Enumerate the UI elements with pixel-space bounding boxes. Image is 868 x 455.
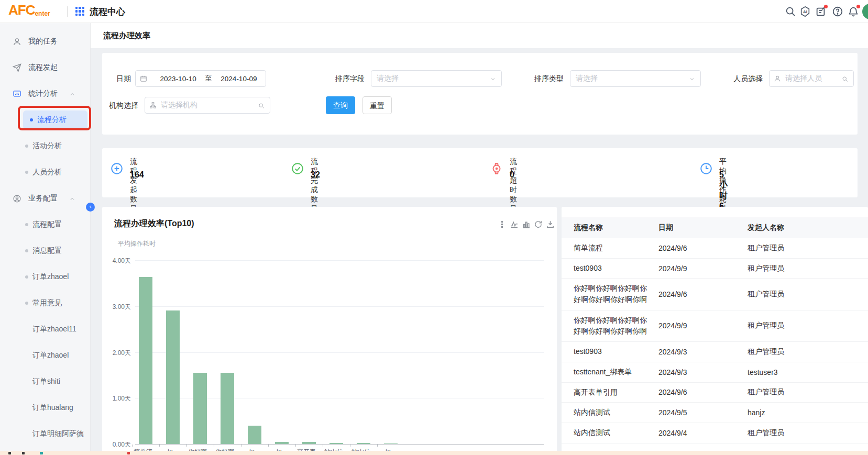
process-name-cell: 站内信测试 [574, 403, 658, 423]
header-divider [67, 6, 68, 17]
sidebar-item-my-tasks[interactable]: 我的任务 [0, 28, 90, 54]
user-avatar[interactable] [862, 4, 868, 19]
chart-bar[interactable] [302, 442, 316, 444]
table-row[interactable]: test09032024/9/3租户管理员 [562, 342, 868, 362]
org-select-input[interactable]: 请选择机构 [145, 97, 270, 114]
table-column-header: 发起人名称 [748, 223, 868, 232]
sidebar-item-label: 消息配置 [32, 246, 62, 256]
page-title-band: 流程办理效率 [91, 23, 868, 48]
chart-bar[interactable] [166, 310, 180, 444]
process-name-cell: test0903 [574, 342, 658, 362]
chart-bar[interactable] [275, 442, 289, 444]
date-start-value[interactable]: 2023-10-10 [151, 75, 205, 83]
date-cell: 2024/9/6 [658, 244, 748, 252]
process-name-cell: test0903 [574, 259, 658, 279]
person-select-input[interactable]: 请选择人员 [769, 70, 854, 87]
stat-label: 流程超时数量 [510, 157, 517, 214]
toolbar-line-chart-icon[interactable] [510, 220, 519, 229]
sidebar-item-label: 流程分析 [37, 115, 67, 125]
app-grid-icon[interactable] [75, 7, 84, 16]
y-axis-tick-label: 4.00天 [105, 257, 131, 265]
sidebar-item-order-detail-asade[interactable]: 订单明细阿萨德 [0, 421, 90, 447]
date-cell: 2024/9/9 [658, 264, 748, 273]
sidebar-item-label: 订单明细阿萨德 [32, 429, 84, 439]
sidebar-item-activity-analysis[interactable]: 活动分析 [0, 133, 90, 159]
initiator-cell: 租户管理员 [748, 321, 868, 330]
x-axis-tick-mark [377, 445, 378, 447]
x-axis-line [135, 444, 544, 445]
sidebar-item-stats-analysis[interactable]: 统计分析 [0, 81, 90, 107]
sidebar-item-order-shiti[interactable]: 订单shiti [0, 369, 90, 395]
date-cell: 2024/9/4 [658, 429, 748, 437]
x-axis-tick-mark [295, 445, 296, 447]
search-icon[interactable] [785, 6, 796, 17]
table-row[interactable]: test09032024/9/9租户管理员 [562, 259, 868, 279]
sidebar-item-business-config[interactable]: 业务配置 [0, 185, 90, 212]
stat-label: 流程发起数量 [130, 157, 137, 214]
bullet-dot [30, 118, 33, 121]
notifications-bell-icon[interactable] [848, 6, 859, 17]
chart-bar[interactable] [193, 373, 207, 444]
toolbar-refresh-icon[interactable] [534, 220, 543, 229]
query-button[interactable]: 查询 [326, 96, 355, 114]
stats-icon [13, 90, 21, 98]
toolbar-bar-chart-icon[interactable] [522, 220, 531, 229]
sidebar-item-common-opinions[interactable]: 常用意见 [0, 290, 90, 316]
svg-text:AI: AI [803, 9, 807, 14]
active-pill[interactable]: 流程分析 [23, 110, 87, 129]
notifications-badge [856, 5, 860, 8]
date-end-value[interactable]: 2024-10-09 [212, 75, 266, 83]
user-icon [13, 37, 21, 46]
sidebar-item-order-hualang[interactable]: 订单hualang [0, 395, 90, 421]
sidebar-nav: 我的任务流程发起统计分析流程分析活动分析人员分析业务配置流程配置消息配置订单zh… [0, 23, 91, 455]
stat-label: 流程完成数量 [311, 157, 318, 214]
table-row[interactable]: 高开表单引用2024/9/6租户管理员 [562, 383, 868, 403]
chart-bar[interactable] [384, 443, 398, 444]
sidebar-item-process-initiate[interactable]: 流程发起 [0, 54, 90, 81]
bullet-dot [25, 223, 28, 226]
sidebar-item-order-zhaoel-2[interactable]: 订单zhaoel [0, 342, 90, 369]
table-row[interactable]: 简单流程2024/9/6租户管理员 [562, 238, 868, 259]
sidebar-item-process-analysis[interactable]: 流程分析 [0, 107, 90, 133]
x-axis-tick-mark [132, 445, 133, 447]
help-icon[interactable] [832, 6, 843, 17]
table-column-header: 流程名称 [574, 223, 658, 232]
table-row[interactable]: 站内信测试2024/9/5hanjz [562, 403, 868, 423]
reset-button[interactable]: 重置 [362, 96, 392, 114]
notes-icon[interactable] [815, 6, 827, 17]
table-row[interactable]: 站内信测试2024/9/4租户管理员 [562, 423, 868, 443]
chart-bar[interactable] [221, 373, 234, 444]
x-axis-tick-mark [350, 445, 350, 447]
sort-type-select[interactable]: 请选择 [570, 70, 701, 87]
table-body: 简单流程2024/9/6租户管理员test09032024/9/9租户管理员你好… [562, 238, 868, 443]
x-axis-tick-mark [241, 445, 241, 447]
table-row[interactable]: 你好啊你好啊你好啊你好啊你好啊你好啊你啊2024/9/9租户管理员 [562, 310, 868, 342]
chart-bar[interactable] [329, 443, 343, 444]
date-range-input[interactable]: 2023-10-10 至 2024-10-09 [135, 70, 266, 87]
sidebar-item-personnel-analysis[interactable]: 人员分析 [0, 159, 90, 185]
bullet-dot [25, 302, 28, 305]
date-cell: 2024/9/6 [658, 290, 748, 298]
sort-field-select[interactable]: 请选择 [371, 70, 502, 87]
sidebar-collapse-toggle[interactable]: ‹ [86, 203, 95, 212]
chart-bar[interactable] [139, 277, 152, 444]
bullet-dot [25, 145, 28, 148]
toolbar-more-icon[interactable] [498, 220, 507, 229]
sidebar-item-message-config[interactable]: 消息配置 [0, 238, 90, 264]
background-window-strip [0, 451, 868, 455]
table-row[interactable]: 你好啊你好啊你好啊你好啊你好啊你好啊你啊2024/9/6租户管理员 [562, 279, 868, 310]
ai-assistant-icon[interactable]: AI [799, 6, 811, 17]
gridline [135, 352, 544, 353]
chart-bar[interactable] [248, 426, 261, 444]
chevron-down-icon [689, 75, 695, 82]
person-icon [774, 75, 781, 82]
table-row[interactable]: testtenant_绑表单2024/9/3testuser3 [562, 362, 868, 383]
chart-bar[interactable] [357, 443, 370, 444]
y-axis-tick-label: 0.00天 [105, 440, 131, 449]
process-name-cell: 高开表单引用 [574, 383, 658, 403]
sidebar-item-label: 流程配置 [32, 220, 62, 229]
toolbar-download-icon[interactable] [546, 220, 555, 229]
sidebar-item-order-zhaoel11[interactable]: 订单zhaoel11 [0, 316, 90, 342]
sidebar-item-process-config[interactable]: 流程配置 [0, 212, 90, 238]
sidebar-item-order-zhaoel[interactable]: 订单zhaoel [0, 264, 90, 290]
